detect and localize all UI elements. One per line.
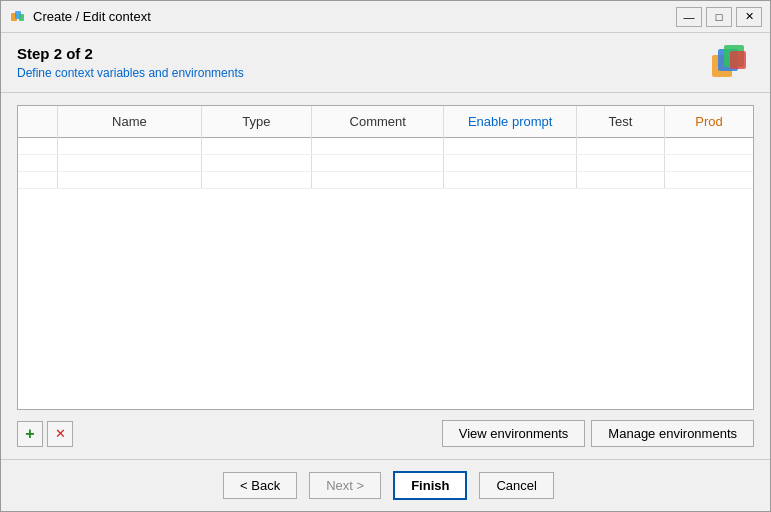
- table-row: [18, 155, 753, 172]
- window-title: Create / Edit context: [33, 9, 676, 24]
- footer: < Back Next > Finish Cancel: [1, 459, 770, 511]
- table-header-row: Name Type Comment Enable prompt Test Pro…: [18, 106, 753, 138]
- close-button[interactable]: ✕: [736, 7, 762, 27]
- content-area: Step 2 of 2 Define context variables and…: [1, 33, 770, 459]
- table-row: [18, 172, 753, 189]
- col-header-enable-prompt: Enable prompt: [444, 106, 576, 138]
- finish-button[interactable]: Finish: [393, 471, 467, 500]
- table-row: [18, 138, 753, 155]
- delete-row-button[interactable]: ✕: [47, 421, 73, 447]
- manage-environments-button[interactable]: Manage environments: [591, 420, 754, 447]
- next-button[interactable]: Next >: [309, 472, 381, 499]
- minimize-button[interactable]: —: [676, 7, 702, 27]
- app-icon: [9, 8, 27, 26]
- svg-rect-2: [19, 14, 24, 21]
- separator: [1, 92, 770, 93]
- toolbar-row: + ✕ View environments Manage environment…: [17, 420, 754, 447]
- window-controls: — □ ✕: [676, 7, 762, 27]
- back-button[interactable]: < Back: [223, 472, 297, 499]
- col-header-name: Name: [58, 106, 201, 138]
- svg-rect-6: [730, 51, 746, 69]
- col-header-prod: Prod: [665, 106, 753, 138]
- step-subtitle: Define context variables and environment…: [17, 66, 754, 80]
- step-title: Step 2 of 2: [17, 45, 754, 62]
- maximize-button[interactable]: □: [706, 7, 732, 27]
- add-row-button[interactable]: +: [17, 421, 43, 447]
- window: Create / Edit context — □ ✕ Step 2 of 2 …: [0, 0, 771, 512]
- col-header-test: Test: [576, 106, 664, 138]
- variables-table[interactable]: Name Type Comment Enable prompt Test Pro…: [17, 105, 754, 410]
- title-bar: Create / Edit context — □ ✕: [1, 1, 770, 33]
- header-section: Step 2 of 2 Define context variables and…: [17, 45, 754, 92]
- col-header-check: [18, 106, 58, 138]
- view-environments-button[interactable]: View environments: [442, 420, 586, 447]
- cancel-button[interactable]: Cancel: [479, 472, 553, 499]
- col-header-type: Type: [201, 106, 311, 138]
- corner-icon: [706, 37, 754, 85]
- col-header-comment: Comment: [312, 106, 444, 138]
- variables-grid: Name Type Comment Enable prompt Test Pro…: [18, 106, 753, 189]
